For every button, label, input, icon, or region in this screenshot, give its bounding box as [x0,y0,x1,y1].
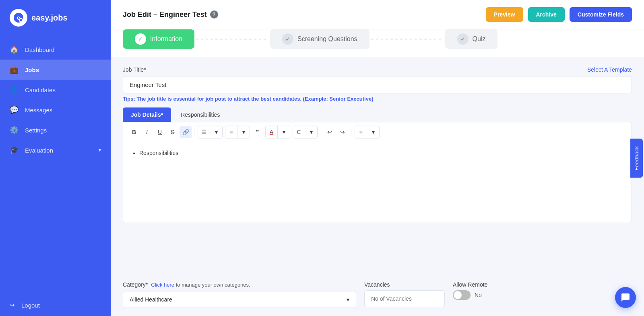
allow-remote-value: No [475,292,482,298]
step-screening-icon: ✓ [282,33,293,45]
vacancies-field-group: Vacancies [364,281,445,307]
messages-icon: 💬 [10,105,19,114]
customize-fields-button[interactable]: Customize Fields [570,7,632,22]
sidebar-item-label: Evaluation [25,147,92,154]
ordered-list-chevron[interactable]: ▾ [237,126,250,138]
category-manage-link[interactable]: Click here [151,282,174,288]
toolbar-divider-1 [194,128,194,136]
bg-color-group: C ▾ [293,126,318,138]
sidebar-item-label: Jobs [25,66,101,73]
bold-button[interactable]: B [128,126,140,138]
job-title-label: Job Title* [123,66,146,73]
link-button[interactable]: 🔗 [180,126,192,138]
step-information-icon: ✓ [135,33,146,45]
tips-prefix: Tips: [123,96,135,102]
text-color-group: A ▾ [265,126,290,138]
main-content: Job Edit – Engineer Test ? Preview Archi… [111,0,644,316]
page-header: Job Edit – Engineer Test ? Preview Archi… [111,0,644,29]
step-information-label: Information [150,35,182,43]
home-icon: 🏠 [10,45,19,54]
unordered-list-button[interactable]: ☰ [198,126,210,138]
category-field-group: Category* Click here to manage your own … [123,281,356,308]
allow-remote-label: Allow Remote [453,281,487,288]
step-screening[interactable]: ✓ Screening Questions [270,29,369,49]
unordered-list-chevron[interactable]: ▾ [210,126,222,138]
sidebar-item-dashboard[interactable]: 🏠 Dashboard [0,39,111,60]
bg-color-chevron[interactable]: ▾ [305,126,317,138]
job-title-input[interactable] [123,76,632,93]
text-color-button[interactable]: A [266,126,278,138]
category-hint: Click here to manage your own categories… [151,282,250,288]
chevron-down-icon: ▾ [99,147,101,153]
toolbar-divider-2 [321,128,321,136]
sidebar-item-jobs[interactable]: 💼 Jobs [0,60,111,80]
redo-button[interactable]: ↪ [336,126,349,138]
sidebar-item-messages[interactable]: 💬 Messages [0,100,111,120]
underline-button[interactable]: U [154,126,166,138]
editor-tabs: Job Details* Responsibilities [123,107,632,122]
quote-button[interactable]: ❞ [252,126,264,138]
editor-content[interactable]: Responsibilities [123,142,632,223]
settings-icon: ⚙️ [10,126,19,134]
editor-container: B I U S 🔗 ☰ ▾ ≡ ▾ ❞ A ▾ [123,122,632,223]
sidebar-item-label: Settings [25,127,101,134]
step-divider-2 [371,39,444,39]
step-divider-1 [196,39,268,39]
job-title-header: Job Title* Select A Template [123,66,632,73]
toggle-thumb [454,291,462,299]
sidebar-item-candidates[interactable]: 👤 Candidates [0,80,111,100]
logo: e easy.jobs [0,0,111,35]
tab-job-details[interactable]: Job Details* [123,107,171,122]
chat-button[interactable] [615,287,636,308]
allow-remote-toggle[interactable] [453,290,471,300]
archive-button[interactable]: Archive [528,7,565,22]
ordered-list-group: ≡ ▾ [225,126,250,138]
sidebar-item-evaluation[interactable]: 🎓 Evaluation ▾ [0,140,111,160]
step-screening-label: Screening Questions [297,35,357,43]
align-group: ≡ ▾ [355,126,380,138]
align-chevron[interactable]: ▾ [367,126,379,138]
dropdown-arrow-icon: ▾ [347,296,349,303]
text-color-chevron[interactable]: ▾ [278,126,290,138]
sidebar-item-label: Candidates [25,87,101,93]
sidebar-item-label: Dashboard [25,46,101,53]
strikethrough-button[interactable]: S [167,126,179,138]
tab-responsibilities[interactable]: Responsibilities [173,107,228,122]
unordered-list-group: ☰ ▾ [198,126,223,138]
sidebar: e easy.jobs 🏠 Dashboard 💼 Jobs 👤 Candida… [0,0,111,316]
header-actions: Preview Archive Customize Fields [486,7,632,22]
category-select[interactable]: Allied Healthcare ▾ [123,291,356,308]
candidates-icon: 👤 [10,85,19,94]
allow-remote-section: Allow Remote No [453,281,487,300]
svg-point-3 [20,19,22,21]
sidebar-item-label: Messages [25,107,101,114]
feedback-button[interactable]: Feedback [630,138,643,178]
logout-label: Logout [21,302,40,309]
step-quiz-label: Quiz [473,35,486,43]
tips-text: Tips: The job title is essential for job… [123,96,632,102]
align-button[interactable]: ≡ [355,126,367,138]
vacancies-input[interactable] [364,290,445,307]
sidebar-nav: 🏠 Dashboard 💼 Jobs 👤 Candidates 💬 Messag… [0,35,111,294]
preview-button[interactable]: Preview [486,7,523,22]
category-label: Category* [123,281,148,288]
step-information[interactable]: ✓ Information [123,29,194,49]
help-icon[interactable]: ? [210,10,218,19]
italic-button[interactable]: I [141,126,153,138]
steps-container: ✓ Information ✓ Screening Questions ✓ Qu… [111,29,644,57]
page-title: Job Edit – Engineer Test ? [123,10,218,19]
logout-icon: ↪ [10,302,15,309]
select-template-link[interactable]: Select A Template [587,66,632,73]
ordered-list-button[interactable]: ≡ [225,126,237,138]
step-quiz[interactable]: ✓ Quiz [445,29,498,49]
toggle-row: No [453,290,487,300]
bottom-fields: Category* Click here to manage your own … [111,273,644,316]
bg-color-button[interactable]: C [293,126,305,138]
form-area: Job Title* Select A Template Tips: The j… [111,57,644,273]
logout-item[interactable]: ↪ Logout [0,294,111,316]
editor-toolbar: B I U S 🔗 ☰ ▾ ≡ ▾ ❞ A ▾ [123,122,632,142]
undo-button[interactable]: ↩ [324,126,336,138]
jobs-icon: 💼 [10,65,19,74]
sidebar-item-settings[interactable]: ⚙️ Settings [0,120,111,140]
toolbar-divider-3 [351,128,351,136]
